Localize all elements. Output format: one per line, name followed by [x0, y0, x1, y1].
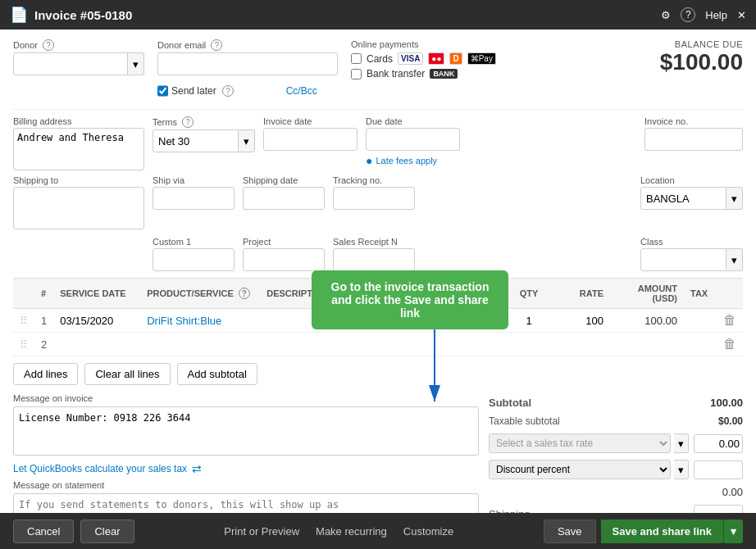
class-select[interactable] [640, 248, 726, 271]
product-service-col-header: PRODUCT/SERVICE ? [140, 279, 260, 309]
discount-type-select[interactable]: Discount percent Discount value [489, 460, 671, 479]
taxable-subtotal-row: Taxable subtotal $0.00 [489, 412, 743, 430]
customize-button[interactable]: Customize [403, 525, 453, 538]
cancel-button[interactable]: Cancel [13, 520, 74, 543]
terms-select[interactable]: Net 30 [153, 129, 239, 152]
product-help-icon[interactable]: ? [239, 288, 250, 299]
title-bar-left: 📄 Invoice #05-0180 [10, 6, 132, 24]
send-later-help-icon[interactable]: ? [222, 85, 234, 97]
discount-dropdown-btn[interactable]: ▾ [674, 460, 689, 479]
clear-all-lines-btn[interactable]: Clear all lines [84, 363, 170, 385]
billing-address-group: Billing address Andrew and Theresa [13, 116, 144, 170]
sales-receipt-label: Sales Receipt N [333, 237, 415, 247]
shipping-date-input[interactable] [243, 187, 325, 210]
terms-dropdown-btn[interactable]: ▾ [239, 129, 255, 152]
terms-group: Terms ? Net 30 ▾ [153, 116, 255, 152]
sales-tax-select[interactable]: Select a sales tax rate [489, 433, 671, 453]
cards-checkbox[interactable] [351, 53, 362, 64]
ship-via-group: Ship via [153, 175, 235, 210]
donor-dropdown-btn[interactable]: ▾ [128, 52, 144, 75]
make-recurring-button[interactable]: Make recurring [316, 525, 387, 538]
service-date-cell [53, 309, 140, 333]
donor-input[interactable]: Andrew and Theresa [13, 52, 128, 75]
visa-icon: VISA [398, 52, 423, 65]
donor-help-icon[interactable]: ? [43, 39, 54, 51]
message-on-invoice-label: Message on invoice [13, 393, 479, 403]
online-payments-section: Online payments Cards VISA ●● D ⌘Pay Ban… [351, 39, 647, 79]
settings-icon[interactable]: ⚙ [661, 9, 671, 21]
subtotal-label: Subtotal [489, 397, 531, 409]
mastercard-icon: ●● [428, 52, 444, 65]
close-icon[interactable]: ✕ [737, 9, 746, 21]
drag-handle[interactable]: ⠿ [13, 333, 34, 356]
save-share-group: Save and share link ▾ [601, 520, 743, 543]
cc-bcc-link[interactable]: Cc/Bcc [286, 85, 317, 97]
message-on-invoice-input[interactable]: License Number: 0918 226 3644 [13, 406, 479, 456]
save-button[interactable]: Save [544, 520, 596, 543]
discount-value[interactable] [694, 461, 743, 479]
balance-due-label: BALANCE DUE [660, 39, 743, 49]
invoice-no-label: Invoice no. [644, 116, 743, 126]
discount-select-area: Discount percent Discount value ▾ [489, 460, 689, 479]
qty-cell [506, 309, 552, 333]
qty-input[interactable] [512, 338, 545, 351]
donor-email-input[interactable]: theresa.calimbayan@concentrix.com [157, 52, 338, 75]
service-date-input[interactable] [60, 315, 134, 327]
drag-handle[interactable]: ⠿ [13, 309, 34, 333]
sales-tax-dropdown-btn[interactable]: ▾ [674, 433, 689, 453]
rate-input[interactable] [558, 315, 603, 327]
product-service-link[interactable]: DriFit Shirt:Blue [147, 315, 221, 327]
delete-row-btn[interactable]: 🗑 [723, 337, 736, 352]
save-share-dropdown-btn[interactable]: ▾ [723, 520, 743, 543]
tracking-no-input[interactable] [333, 187, 415, 210]
project-input[interactable] [243, 248, 325, 271]
due-date-input[interactable]: 04/14/2020 [366, 128, 460, 151]
description-input[interactable] [266, 338, 499, 351]
rate-input[interactable] [558, 338, 603, 351]
terms-help-icon[interactable]: ? [182, 116, 194, 128]
sales-tax-row: Select a sales tax rate ▾ [489, 430, 743, 456]
invoice-date-input[interactable]: 03/15/2020 [263, 128, 358, 151]
invoice-no-input[interactable]: 05-0180 [644, 128, 743, 151]
row-num: 1 [34, 309, 53, 333]
sales-receipt-input[interactable] [333, 248, 415, 271]
delete-col-header [717, 279, 743, 309]
title-bar: 📄 Invoice #05-0180 ⚙ ? Help ✕ [0, 0, 756, 29]
help-label[interactable]: Help [705, 9, 727, 21]
add-lines-btn[interactable]: Add lines [13, 363, 78, 385]
class-dropdown-btn[interactable]: ▾ [726, 248, 743, 271]
tax-cell [684, 333, 717, 356]
ship-via-input[interactable] [153, 187, 235, 210]
service-date-cell [53, 333, 140, 356]
qty-input[interactable] [512, 315, 545, 327]
quickbooks-calc-row: Let QuickBooks calculate your sales tax … [13, 462, 479, 475]
service-date-input[interactable] [60, 338, 134, 351]
help-circle-icon[interactable]: ? [681, 7, 695, 22]
tracking-no-group: Tracking no. [333, 175, 415, 210]
shipping-label: Shipping [489, 508, 531, 513]
print-preview-button[interactable]: Print or Preview [224, 525, 299, 538]
sales-tax-value[interactable] [694, 434, 743, 453]
shipping-input[interactable] [694, 505, 743, 513]
location-select[interactable]: BANGLA [640, 187, 726, 210]
save-share-button[interactable]: Save and share link [601, 520, 723, 543]
billing-address-input[interactable]: Andrew and Theresa [13, 128, 144, 170]
bottom-bar-right: Save Save and share link ▾ [544, 520, 743, 543]
messages-section: Message on invoice License Number: 0918 … [13, 393, 479, 513]
product-service-input[interactable] [147, 338, 253, 351]
custom1-input[interactable] [153, 248, 235, 271]
location-dropdown-btn[interactable]: ▾ [726, 187, 743, 210]
billing-address-label: Billing address [13, 116, 144, 126]
quickbooks-calc-link[interactable]: Let QuickBooks calculate your sales tax [13, 463, 187, 474]
delete-row-btn[interactable]: 🗑 [723, 313, 736, 328]
send-later-checkbox[interactable] [157, 79, 168, 102]
shipping-to-group: Shipping to [13, 175, 144, 232]
shipping-to-input[interactable] [13, 187, 144, 229]
clear-button[interactable]: Clear [80, 520, 134, 543]
message-on-statement-input[interactable] [13, 493, 479, 513]
bottom-section: Message on invoice License Number: 0918 … [13, 393, 743, 513]
add-subtotal-btn[interactable]: Add subtotal [177, 363, 257, 385]
donor-email-help-icon[interactable]: ? [211, 39, 222, 51]
bank-transfer-label: Bank transfer [367, 68, 425, 79]
bank-transfer-checkbox[interactable] [351, 69, 362, 79]
